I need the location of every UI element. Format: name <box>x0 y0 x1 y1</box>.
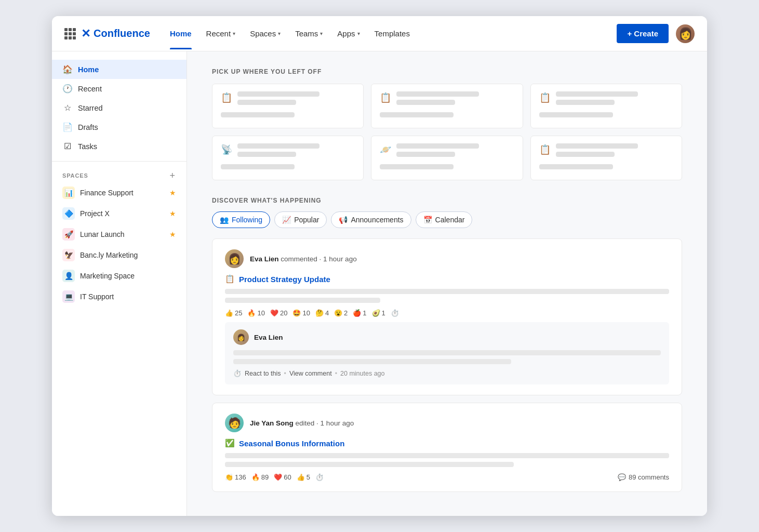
comment-area: 👩 Eva Lien ⏱️ React to this • View comme… <box>225 322 669 384</box>
reaction-timer[interactable]: ⏱️ <box>315 473 324 481</box>
card-line <box>556 152 615 157</box>
reaction-thinking[interactable]: 🤔 4 <box>315 309 329 317</box>
reaction-heart[interactable]: ❤️ 60 <box>274 473 291 481</box>
content-line <box>225 453 669 458</box>
card-line <box>237 152 296 157</box>
doc-icon: 📋 <box>380 92 391 103</box>
task-icon: ☑ <box>62 141 73 151</box>
reaction-fire[interactable]: 🔥 89 <box>251 473 269 481</box>
comments-count[interactable]: 💬 89 comments <box>618 473 669 481</box>
activity-user-avatar: 🧑 <box>225 414 244 432</box>
reaction-avocado[interactable]: 🥑 1 <box>372 309 385 317</box>
doc-icon: 📋 <box>221 92 232 103</box>
card-line <box>221 112 295 117</box>
sidebar-item-lunar-launch[interactable]: 🚀 Lunar Launch ★ <box>52 224 187 245</box>
confluence-logo[interactable]: ✕ Confluence <box>81 27 150 41</box>
activity-doc-link[interactable]: ✅ Seasonal Bonus Information <box>225 438 669 448</box>
sidebar-item-home[interactable]: 🏠 Home <box>52 60 187 79</box>
recent-card[interactable]: 📋 <box>371 84 523 128</box>
recent-card[interactable]: 📡 <box>212 136 364 180</box>
sidebar-item-project-x[interactable]: 🔷 Project X ★ <box>52 203 187 224</box>
card-content <box>237 91 355 108</box>
card-header: 📡 <box>221 143 355 160</box>
sidebar-item-it-support[interactable]: 💻 IT Support <box>52 286 187 307</box>
card-line <box>539 112 613 117</box>
create-button[interactable]: + Create <box>617 24 669 43</box>
tab-announcements[interactable]: 📢 Announcements <box>331 211 411 228</box>
card-line <box>237 91 319 97</box>
sidebar-item-recent[interactable]: 🕐 Recent <box>52 79 187 98</box>
nav-apps[interactable]: Apps ▾ <box>330 18 367 49</box>
project-x-icon: 🔷 <box>62 207 75 220</box>
activity-content-preview <box>225 453 669 467</box>
main-content: PICK UP WHERE YOU LEFT OFF 📋 <box>187 51 707 516</box>
tab-following[interactable]: 👥 Following <box>212 211 270 228</box>
reaction-apple[interactable]: 🍎 1 <box>353 309 366 317</box>
recent-card[interactable]: 📋 <box>530 136 682 180</box>
reaction-fire[interactable]: 🔥 10 <box>247 309 264 317</box>
activity-user-avatar: 👩 <box>225 249 244 268</box>
card-line <box>380 112 454 117</box>
recent-card[interactable]: 🪐 <box>371 136 523 180</box>
reaction-thumbsup[interactable]: 👍 25 <box>225 309 242 317</box>
recent-card[interactable]: 📋 <box>212 84 364 128</box>
sidebar-item-finance-support[interactable]: 📊 Finance Support ★ <box>52 182 187 203</box>
app-window: ✕ Confluence Home Recent ▾ Spaces ▾ Team… <box>52 16 707 516</box>
nav-teams[interactable]: Teams ▾ <box>288 18 330 49</box>
content-line <box>233 359 511 364</box>
reaction-thumbsup[interactable]: 👍 5 <box>297 473 310 481</box>
reaction-clap[interactable]: 👏 136 <box>225 473 246 481</box>
tab-popular[interactable]: 📈 Popular <box>274 211 327 228</box>
doc-icon: 📋 <box>225 274 235 284</box>
reaction-timer[interactable]: ⏱️ <box>391 309 399 317</box>
sidebar-item-drafts[interactable]: 📄 Drafts <box>52 117 187 137</box>
following-icon: 👥 <box>220 216 229 224</box>
activity-card: 🧑 Jie Yan Song edited · 1 hour ago ✅ Sea… <box>212 403 682 492</box>
card-header: 📋 <box>221 91 355 108</box>
nav-home[interactable]: Home <box>163 18 199 49</box>
nav-recent[interactable]: Recent ▾ <box>199 18 243 49</box>
react-link[interactable]: React to this <box>245 370 281 377</box>
nav-links: Home Recent ▾ Spaces ▾ Teams ▾ Apps ▾ Te… <box>163 18 617 49</box>
card-line <box>556 143 638 149</box>
nav-spaces[interactable]: Spaces ▾ <box>243 18 288 49</box>
content-line <box>225 462 514 467</box>
card-header: 📋 <box>539 143 673 160</box>
marketing-space-icon: 👤 <box>62 270 75 282</box>
it-support-icon: 💻 <box>62 290 75 303</box>
user-avatar[interactable]: 👩 <box>676 24 695 43</box>
clock-icon: 🕐 <box>62 84 73 94</box>
nav-right: + Create 👩 <box>617 24 695 43</box>
add-space-button[interactable]: + <box>168 171 176 180</box>
sidebar: 🏠 Home 🕐 Recent ☆ Starred 📄 Drafts ☑ Tas… <box>52 51 187 516</box>
content-line <box>233 350 661 355</box>
lunar-launch-icon: 🚀 <box>62 228 75 241</box>
tab-calendar[interactable]: 📅 Calendar <box>416 211 473 228</box>
reaction-heart[interactable]: ❤️ 20 <box>270 309 287 317</box>
star-icon: ★ <box>169 189 176 197</box>
sidebar-item-marketing-space[interactable]: 👤 Marketing Space <box>52 265 187 286</box>
planet-icon: 🪐 <box>380 144 391 155</box>
card-line <box>396 143 478 149</box>
content-line <box>225 298 380 303</box>
recent-card[interactable]: 📋 <box>530 84 682 128</box>
sidebar-item-tasks[interactable]: ☑ Tasks <box>52 137 187 156</box>
grid-icon[interactable] <box>64 28 76 39</box>
comment-user-avatar: 👩 <box>233 329 249 345</box>
sidebar-item-starred[interactable]: ☆ Starred <box>52 98 187 117</box>
logo-text: Confluence <box>94 28 150 39</box>
card-line <box>556 100 615 105</box>
sidebar-item-bancly-marketing[interactable]: 🦅 Banc.ly Marketing <box>52 245 187 265</box>
comment-content <box>233 350 661 364</box>
view-comment-link[interactable]: View comment <box>289 370 332 377</box>
reaction-surprised[interactable]: 😮 2 <box>334 309 348 317</box>
nav-templates[interactable]: Templates <box>367 18 417 49</box>
activity-header: 👩 Eva Lien commented · 1 hour ago <box>225 249 669 268</box>
card-line <box>396 91 478 97</box>
popular-icon: 📈 <box>282 216 291 224</box>
card-line <box>237 143 319 149</box>
satellite-icon: 📡 <box>221 144 232 155</box>
reaction-star-eyes[interactable]: 🤩 10 <box>292 309 310 317</box>
top-navigation: ✕ Confluence Home Recent ▾ Spaces ▾ Team… <box>52 16 707 51</box>
activity-doc-link[interactable]: 📋 Product Strategy Update <box>225 274 669 284</box>
